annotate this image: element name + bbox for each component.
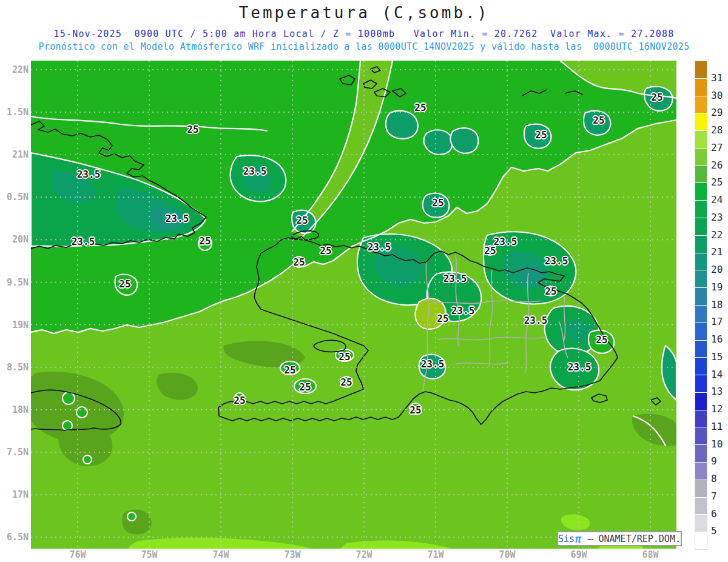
contour-value-label: 25 [293,256,305,268]
colorbar-segment [695,253,707,270]
lat-tick-label: 17N [0,489,29,501]
watermark-box: Sis π – ONAMET/REP.DOM. [557,531,682,546]
forecast-valid-line: 15-Nov-2025 0900 UTC / 5:00 am Hora Loca… [0,28,728,39]
colorbar-tick-label: 23 [711,212,723,224]
colorbar-segment [695,306,707,323]
colorbar-tick-label: 21 [711,246,723,258]
colorbar-segment [695,480,707,497]
colorbar-tick-label: 26 [711,159,723,172]
contour-value-label: 25 [410,404,421,416]
contour-value-label: 25 [596,334,607,346]
colorbar-tick-label: 11 [711,421,723,433]
contour-value-label: 25 [432,197,443,209]
lon-tick-label: 72W [351,549,377,560]
lon-tick-label: 75W [136,549,163,560]
colorbar-tick-label: 8 [711,473,717,485]
contour-value-label: 25 [593,115,604,126]
contour-value-label: 23.5 [421,358,445,370]
lat-tick-label: 0.5N [0,191,29,203]
contour-value-label: 23.5 [443,273,467,284]
contour-value-label: 25 [199,235,211,247]
colorbar-tick-label: 22 [711,229,723,241]
colorbar-segment [695,218,707,235]
lon-tick-label: 76W [64,549,91,560]
contour-value-label: 23.5 [166,213,189,224]
colorbar-segment [695,270,707,287]
model-init-line: Pronóstico con el Modelo Atmósferico WRF… [0,41,728,52]
colorbar-tick-label: 19 [711,281,723,293]
colorbar-segment [695,463,707,480]
colorbar-segment [695,341,707,358]
contour-value-label: 23.5 [451,305,475,316]
contour-value-label: 25 [340,376,352,388]
colorbar-segment [695,393,707,410]
lat-tick-label: 20N [0,233,29,246]
colorbar-segment [695,427,707,444]
colorbar-tick-label: 16 [711,333,723,346]
colorbar-tick-label: 14 [711,369,723,381]
lon-tick-label: 70W [494,549,521,560]
lat-tick-label: 6.5N [0,531,29,543]
colorbar-tick-label: 10 [711,438,723,450]
lat-tick-label: 21N [0,149,29,161]
colorbar-tick-label: 18 [711,299,723,311]
contour-value-label: 23.5 [524,315,548,326]
colorbar-segment [695,515,707,532]
lat-tick-label: 8.5N [0,361,29,373]
colorbar-segment [695,166,707,183]
lat-tick-label: 9.5N [0,276,29,289]
contour-value-label: 25 [535,129,547,141]
colorbar-segment [695,375,707,392]
contour-value-label: 25 [296,215,308,226]
temperature-colorbar [695,61,707,550]
contour-value-label: 25 [484,245,496,256]
contour-value-label: 23.5 [494,236,517,247]
colorbar-tick-label: 24 [711,194,723,206]
contour-value-label: 23.5 [77,169,101,180]
colorbar-segment [695,201,707,218]
contour-value-label: 23.5 [368,241,391,253]
map-canvas [31,61,676,549]
colorbar-segment [695,410,707,427]
lat-tick-label: 1.5N [0,106,29,118]
contour-value-label: 23.5 [568,361,592,373]
watermark-system-name: Sis [558,534,575,544]
colorbar-segment [695,183,707,200]
page-title: Temperatura (C,somb.) [0,4,728,22]
contour-value-label: 25 [437,313,448,324]
lon-tick-label: 71W [422,549,449,560]
colorbar-segment [695,96,707,113]
colorbar-tick-label: 28 [711,124,723,136]
temperature-shaded-map [31,61,676,549]
lat-tick-label: 7.5N [0,446,29,458]
contour-value-label: 25 [119,278,130,290]
contour-value-label: 25 [414,102,426,113]
contour-value-label: 25 [284,364,295,376]
colorbar-tick-label: 27 [711,142,723,154]
lon-tick-label: 73W [279,549,306,560]
colorbar-segment [695,358,707,375]
lat-tick-label: 22N [0,64,29,76]
lat-tick-label: 19N [0,319,29,331]
colorbar-segment [695,236,707,253]
colorbar-segment [695,149,707,166]
colorbar-tick-label: 12 [711,403,723,415]
watermark-agency: – ONAMET/REP.DOM. [582,534,681,544]
colorbar-tick-label: 31 [711,72,723,84]
colorbar-segment [695,323,707,340]
colorbar-tick-label: 7 [711,490,717,503]
contour-value-label: 23.5 [243,166,267,177]
pi-icon: π [575,533,581,545]
contour-value-label: 25 [234,395,245,406]
colorbar-segment [695,113,707,130]
colorbar-tick-label: 13 [711,386,723,398]
colorbar-tick-label: 25 [711,176,723,189]
contour-value-label: 25 [187,124,198,135]
colorbar-segment [695,532,707,549]
colorbar-tick-label: 15 [711,351,723,363]
contour-value-label: 25 [651,92,662,103]
lon-tick-label: 69W [565,549,592,560]
colorbar-tick-label: 9 [711,455,717,467]
contour-value-label: 25 [299,381,311,393]
colorbar-tick-label: 6 [711,508,717,520]
